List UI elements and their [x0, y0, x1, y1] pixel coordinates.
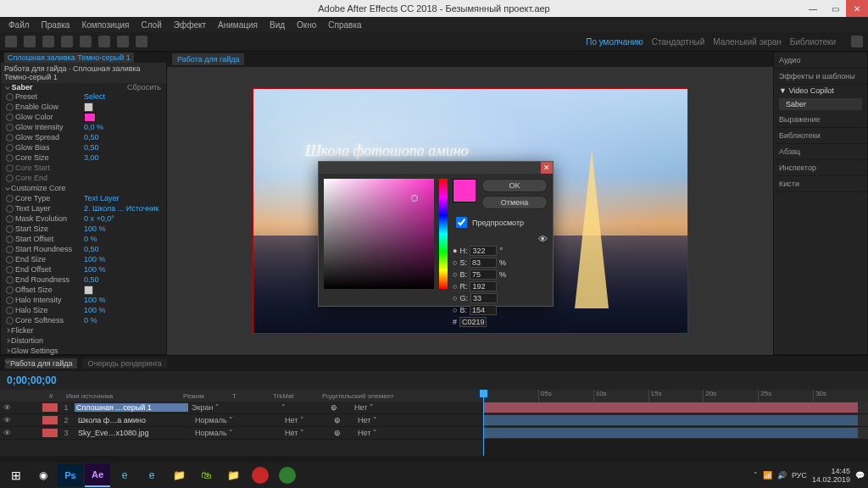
opera-icon[interactable]: [252, 467, 269, 484]
track[interactable]: [483, 402, 868, 414]
menu-help[interactable]: Справка: [323, 19, 366, 31]
track[interactable]: [483, 414, 868, 427]
rotate-tool-icon[interactable]: [61, 36, 73, 47]
red-input[interactable]: [470, 281, 497, 291]
tray-lang[interactable]: РУС: [792, 471, 807, 480]
saturation-value-field[interactable]: [324, 179, 434, 289]
fx-reset[interactable]: Сбросить: [127, 83, 161, 92]
tray-chevron-icon[interactable]: ˄: [754, 471, 758, 480]
search-icon[interactable]: [851, 36, 863, 47]
prop-core-size[interactable]: Core Size3,00: [1, 152, 166, 163]
close-button[interactable]: ✕: [846, 0, 868, 17]
prop-glow-bias[interactable]: Glow Bias0,50: [1, 142, 166, 152]
prop-glow-intensity[interactable]: Glow Intensity0,0 %: [1, 122, 166, 132]
sv-cursor[interactable]: [411, 195, 418, 202]
layer-row[interactable]: 👁1Сплошная …серый 1Экран ˅ ˅⊚Нет ˅: [0, 402, 483, 414]
edge-icon[interactable]: e: [139, 464, 164, 486]
blue-input[interactable]: [470, 305, 497, 315]
brush-tool-icon[interactable]: [136, 36, 147, 47]
steam-icon[interactable]: ◉: [31, 464, 56, 486]
menu-edit[interactable]: Правка: [36, 19, 75, 31]
prop-glow-spread[interactable]: Glow Spread0,50: [1, 132, 166, 142]
comp-tab[interactable]: Работа для гайда: [172, 53, 244, 65]
menu-file[interactable]: Файл: [3, 19, 35, 31]
workspace-default[interactable]: По умолчанию: [586, 37, 643, 47]
effects-presets-panel[interactable]: Эффекты и шаблоны: [774, 69, 867, 85]
prop-enable-glow[interactable]: Enable Glow: [1, 102, 166, 112]
amino-icon[interactable]: [279, 467, 296, 484]
panel-expression[interactable]: Выражение: [774, 112, 867, 128]
explorer-icon[interactable]: 📁: [166, 464, 192, 486]
green-input[interactable]: [470, 293, 498, 303]
workspace-small[interactable]: Маленький экран: [713, 37, 782, 47]
store-icon[interactable]: 🛍: [193, 464, 219, 486]
pen-tool-icon[interactable]: [98, 36, 110, 47]
render-queue-tab[interactable]: Очередь рендеринга: [82, 358, 166, 369]
prop-preset[interactable]: PresetSelect: [1, 92, 166, 102]
current-timecode[interactable]: 0;00;00;00: [0, 374, 64, 386]
prop-mask-evolution[interactable]: Mask Evolution0 x +0,0°: [1, 214, 166, 224]
ie-icon[interactable]: e: [112, 464, 137, 486]
effect-group[interactable]: Video Copilot: [788, 86, 833, 95]
audio-panel[interactable]: Аудио: [774, 53, 867, 69]
tray-notifications-icon[interactable]: 💬: [855, 471, 865, 480]
panel-libraries[interactable]: Библиотеки: [774, 128, 867, 144]
rect-tool-icon[interactable]: [80, 36, 92, 47]
bright-input[interactable]: [470, 269, 497, 280]
prop-core-end[interactable]: Core End: [1, 173, 166, 183]
maximize-button[interactable]: ▭: [824, 0, 846, 17]
prop-distortion[interactable]: Distortion: [1, 336, 166, 346]
minimize-button[interactable]: —: [802, 0, 824, 17]
aftereffects-icon[interactable]: Ae: [85, 463, 110, 487]
prop-core-start[interactable]: Core Start: [1, 163, 166, 173]
clip[interactable]: [483, 428, 858, 438]
eyedropper-icon[interactable]: 👁: [538, 234, 548, 244]
timeline-comp-tab[interactable]: Работа для гайда: [5, 358, 77, 369]
text-tool-icon[interactable]: [117, 36, 129, 47]
effect-item-saber[interactable]: Saber: [779, 98, 862, 110]
zoom-tool-icon[interactable]: [42, 36, 54, 47]
prop-start-offset[interactable]: Start Offset0 %: [1, 234, 166, 244]
tray-volume-icon[interactable]: 🔊: [777, 471, 787, 480]
menu-window[interactable]: Окно: [292, 19, 321, 31]
layer-row[interactable]: 👁2Школа ф…а аминоНормаль ˅Нет ˅⊚Нет ˅: [0, 414, 483, 427]
prop-start-size[interactable]: Start Size100 %: [1, 224, 166, 234]
panel-inspector[interactable]: Инспектор: [774, 160, 867, 176]
folder-icon[interactable]: 📁: [220, 464, 246, 486]
photoshop-icon[interactable]: Ps: [58, 464, 83, 486]
menu-layer[interactable]: Слой: [136, 19, 166, 31]
clip[interactable]: [483, 402, 858, 413]
track[interactable]: [483, 427, 868, 440]
prop-end-size[interactable]: End Size100 %: [1, 254, 166, 264]
prop-glow-color[interactable]: Glow Color: [1, 112, 166, 122]
hue-input[interactable]: [470, 246, 497, 256]
prop-text-layer[interactable]: Text Layer2. Школа ... Источник: [1, 203, 166, 214]
effect-controls-tab[interactable]: Сплошная заливка Темно-серый 1: [4, 53, 134, 63]
prop-glow-settings[interactable]: Glow Settings: [1, 346, 166, 356]
panel-brushes[interactable]: Кисти: [774, 176, 867, 192]
prop-halo-intensity[interactable]: Halo Intensity100 %: [1, 295, 166, 305]
menu-view[interactable]: Вид: [264, 19, 290, 31]
prop-flicker[interactable]: Flicker: [1, 325, 166, 336]
prop-customize-core[interactable]: Customize Core: [1, 183, 166, 193]
prop-halo-size[interactable]: Halo Size100 %: [1, 305, 166, 315]
prop-offset-size[interactable]: Offset Size: [1, 285, 166, 295]
tray-network-icon[interactable]: 📶: [763, 471, 772, 480]
ok-button[interactable]: OK: [481, 179, 548, 192]
panel-paragraph[interactable]: Абзац: [774, 144, 867, 160]
menu-effect[interactable]: Эффект: [169, 19, 211, 31]
cancel-button[interactable]: Отмена: [481, 196, 548, 209]
start-button[interactable]: ⊞: [3, 464, 29, 486]
hue-slider[interactable]: [439, 179, 448, 289]
prop-start-roundness[interactable]: Start Roundness0,50: [1, 244, 166, 254]
menu-animation[interactable]: Анимация: [213, 19, 263, 31]
workspace-standard[interactable]: Стандартный: [652, 37, 704, 47]
tray-clock[interactable]: 14:4514.02.2019: [812, 467, 850, 484]
hex-input[interactable]: [459, 317, 487, 327]
sat-input[interactable]: [470, 258, 497, 268]
selection-tool-icon[interactable]: [5, 36, 17, 47]
workspace-libraries[interactable]: Библиотеки: [790, 37, 836, 47]
layer-row[interactable]: 👁3Sky_Eve…x1080.jpgНормаль ˅Нет ˅⊚Нет ˅: [0, 427, 483, 440]
hand-tool-icon[interactable]: [24, 36, 36, 47]
menu-composition[interactable]: Композиция: [76, 19, 134, 31]
